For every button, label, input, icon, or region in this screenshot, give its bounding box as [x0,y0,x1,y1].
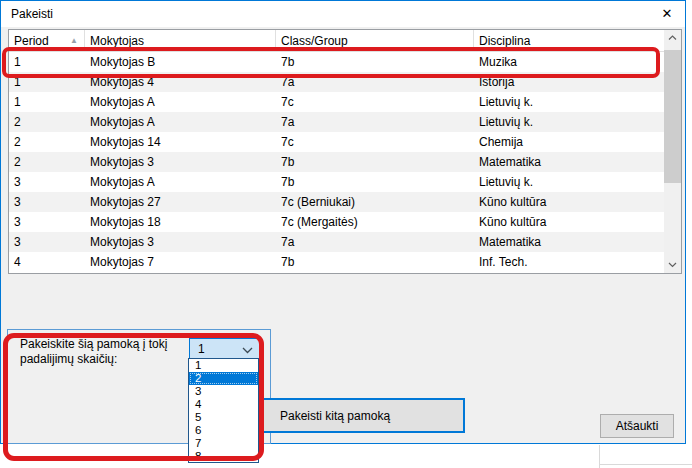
cell-class-group: 7a [276,232,474,252]
combobox-dropdown: 1 2 3 4 5 6 7 8 [188,358,259,463]
scrollbar-thumb[interactable] [664,50,681,183]
sort-asc-icon: ▲ [70,36,78,45]
cell-mokytojas: Mokytojas 7 [85,252,276,272]
chevron-down-icon [242,347,253,354]
cell-disciplina: Istorija [474,72,664,92]
cell-class-group: 7a [276,112,474,132]
split-count-label: Pakeiskite šią pamoką į tokį padalijimų … [20,337,167,367]
cell-period: 3 [9,212,85,232]
cell-class-group: 7b [276,52,474,72]
cell-disciplina: Matematika [474,152,664,172]
cell-mokytojas: Mokytojas 3 [85,152,276,172]
cell-disciplina: Chemija [474,132,664,152]
cell-class-group: 7b [276,252,474,272]
cell-disciplina: Muzika [474,52,664,72]
cell-period: 1 [9,52,85,72]
scroll-down-button[interactable] [664,257,681,273]
cell-mokytojas: Mokytojas 4 [85,72,276,92]
dropdown-option[interactable]: 6 [189,423,258,436]
table-row[interactable]: 1 Mokytojas B 7b Muzika [9,52,664,72]
scroll-down-icon [668,262,677,268]
scroll-up-button[interactable] [664,30,681,46]
cell-class-group: 7a [276,72,474,92]
column-header-period[interactable]: Period ▲ [9,30,85,51]
table-row[interactable]: 3 Mokytojas 27 7c (Berniukai) Kūno kultū… [9,192,664,212]
cell-mokytojas: Mokytojas 27 [85,192,276,212]
cell-disciplina: Lietuvių k. [474,92,664,112]
split-count-label-line2: padalijimų skaičių: [20,352,167,367]
dialog-pakeisti: Pakeisti ✕ Period ▲ Mokytojas Class/Grou… [0,0,686,444]
title-bar[interactable]: Pakeisti [1,1,685,27]
cell-period: 1 [9,72,85,92]
cell-period: 2 [9,152,85,172]
cell-mokytojas: Mokytojas 14 [85,132,276,152]
table-body: 1 Mokytojas B 7b Muzika 1 Mokytojas 4 7a… [9,52,664,272]
cell-period: 3 [9,172,85,192]
cell-class-group: 7c (Berniukai) [276,192,474,212]
table-row[interactable]: 3 Mokytojas 3 7a Matematika [9,232,664,252]
cell-period: 2 [9,132,85,152]
close-icon: ✕ [662,6,673,21]
cell-disciplina: Lietuvių k. [474,172,664,192]
cell-disciplina: Matematika [474,232,664,252]
desktop-background: Pakeisti ✕ Period ▲ Mokytojas Class/Grou… [0,0,692,468]
table-header: Period ▲ Mokytojas Class/Group Disciplin… [9,30,664,52]
combobox-value: 1 [198,342,205,356]
dropdown-option[interactable]: 7 [189,436,258,449]
cell-class-group: 7b [276,152,474,172]
cell-disciplina: Kūno kultūra [474,212,664,232]
vertical-scrollbar[interactable] [664,30,681,273]
cell-class-group: 7c (Mergaitės) [276,212,474,232]
dropdown-option-selected[interactable]: 2 [189,372,258,385]
cell-mokytojas: Mokytojas 3 [85,232,276,252]
cell-disciplina: Lietuvių k. [474,112,664,132]
cell-disciplina: Inf. Tech. [474,252,664,272]
column-header-mokytojas[interactable]: Mokytojas [85,30,276,51]
dropdown-option[interactable]: 1 [189,359,258,372]
table-row[interactable]: 2 Mokytojas 14 7c Chemija [9,132,664,152]
column-header-disciplina[interactable]: Disciplina [474,30,664,51]
cell-period: 2 [9,112,85,132]
table-row[interactable]: 4 Mokytojas 7 7b Inf. Tech. [9,252,664,272]
change-other-lesson-button[interactable]: Pakeisti kitą pamoką [262,398,465,433]
cell-period: 1 [9,92,85,112]
dropdown-option[interactable]: 8 [189,449,258,462]
window-title: Pakeisti [11,7,53,21]
cell-mokytojas: Mokytojas A [85,92,276,112]
dropdown-option[interactable]: 4 [189,398,258,411]
cell-period: 4 [9,252,85,272]
table-row[interactable]: 2 Mokytojas 3 7b Matematika [9,152,664,172]
table-row[interactable]: 3 Mokytojas 18 7c (Mergaitės) Kūno kultū… [9,212,664,232]
cell-period: 3 [9,192,85,212]
table-row[interactable]: 3 Mokytojas A 7b Lietuvių k. [9,172,664,192]
background-grid-line-horizontal [599,464,692,465]
dropdown-option[interactable]: 5 [189,411,258,424]
cell-mokytojas: Mokytojas A [85,172,276,192]
cell-mokytojas: Mokytojas 18 [85,212,276,232]
cell-period: 3 [9,232,85,252]
cell-mokytojas: Mokytojas A [85,112,276,132]
lessons-table: Period ▲ Mokytojas Class/Group Disciplin… [8,29,682,274]
dropdown-option[interactable]: 3 [189,385,258,398]
scroll-up-icon [668,35,677,41]
cell-class-group: 7c [276,92,474,112]
table-row[interactable]: 1 Mokytojas A 7c Lietuvių k. [9,92,664,112]
close-button[interactable]: ✕ [655,3,679,24]
cancel-button[interactable]: Atšaukti [600,414,674,438]
cell-class-group: 7c [276,132,474,152]
split-count-label-line1: Pakeiskite šią pamoką į tokį [20,337,167,352]
split-count-combobox[interactable]: 1 [189,338,260,359]
table-row[interactable]: 2 Mokytojas A 7a Lietuvių k. [9,112,664,132]
cell-mokytojas: Mokytojas B [85,52,276,72]
cell-class-group: 7b [276,172,474,192]
table-row[interactable]: 1 Mokytojas 4 7a Istorija [9,72,664,92]
column-header-class-group[interactable]: Class/Group [276,30,474,51]
cell-disciplina: Kūno kultūra [474,192,664,212]
